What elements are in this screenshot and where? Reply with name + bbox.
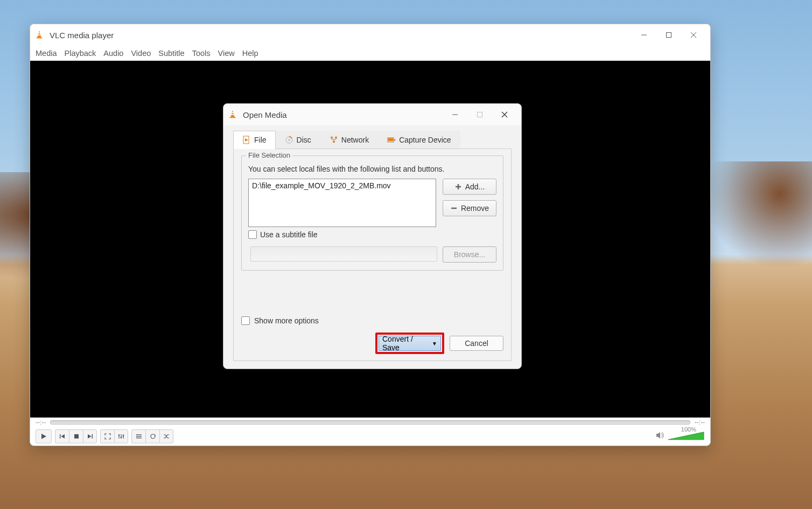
svg-rect-13 bbox=[92, 434, 93, 439]
capture-icon bbox=[387, 136, 396, 144]
add-button[interactable]: Add... bbox=[443, 179, 496, 195]
time-elapsed: --:-- bbox=[36, 419, 46, 426]
svg-rect-42 bbox=[388, 138, 393, 141]
svg-rect-38 bbox=[331, 137, 333, 138]
cancel-button[interactable]: Cancel bbox=[450, 336, 503, 351]
file-selection-fieldset: File Selection You can select local file… bbox=[241, 155, 503, 271]
tab-file[interactable]: File bbox=[233, 131, 276, 149]
svg-rect-3 bbox=[38, 34, 40, 36]
tab-panel-file: File Selection You can select local file… bbox=[233, 149, 512, 361]
playback-controls: 100% bbox=[30, 427, 710, 446]
menu-tools[interactable]: Tools bbox=[192, 49, 211, 58]
seek-slider[interactable] bbox=[50, 420, 690, 425]
file-icon bbox=[242, 136, 251, 144]
volume-area: 100% bbox=[655, 430, 705, 442]
speaker-icon[interactable] bbox=[655, 430, 665, 442]
menubar: Media Playback Audio Video Subtitle Tool… bbox=[30, 46, 710, 61]
dialog-body: File Disc Network Capture Device File Se… bbox=[223, 125, 521, 369]
close-button[interactable] bbox=[681, 26, 706, 44]
more-options-checkbox[interactable] bbox=[241, 316, 250, 325]
volume-slider[interactable] bbox=[667, 431, 705, 442]
file-list-item[interactable]: D:\file_example_MOV_1920_2_2MB.mov bbox=[252, 181, 432, 190]
previous-button[interactable] bbox=[55, 429, 69, 443]
more-options-label: Show more options bbox=[254, 316, 319, 325]
next-button[interactable] bbox=[83, 429, 97, 443]
main-window-controls bbox=[632, 26, 706, 44]
network-icon bbox=[330, 136, 338, 144]
subtitle-row: Use a subtitle file bbox=[248, 230, 496, 239]
dialog-minimize-button[interactable] bbox=[443, 106, 467, 123]
volume-percent: 100% bbox=[681, 426, 696, 433]
dialog-titlebar: Open Media bbox=[223, 104, 521, 125]
remove-button[interactable]: Remove bbox=[443, 200, 496, 216]
dialog-close-button[interactable] bbox=[492, 106, 517, 123]
minimize-button[interactable] bbox=[632, 26, 656, 44]
tab-capture[interactable]: Capture Device bbox=[378, 131, 460, 149]
svg-marker-24 bbox=[656, 432, 660, 439]
main-window-title: VLC media player bbox=[50, 31, 632, 40]
seekbar-row: --:-- --:-- bbox=[30, 418, 710, 427]
svg-marker-25 bbox=[668, 432, 704, 440]
tab-network[interactable]: Network bbox=[320, 131, 378, 149]
dialog-maximize-button[interactable] bbox=[467, 106, 492, 123]
svg-rect-40 bbox=[333, 141, 335, 143]
plus-icon bbox=[454, 183, 462, 190]
menu-media[interactable]: Media bbox=[36, 49, 57, 58]
main-titlebar: VLC media player bbox=[30, 24, 710, 46]
svg-marker-8 bbox=[41, 434, 46, 439]
svg-point-18 bbox=[121, 437, 122, 439]
menu-view[interactable]: View bbox=[218, 49, 235, 58]
tab-disc[interactable]: Disc bbox=[276, 131, 320, 149]
svg-marker-10 bbox=[61, 434, 65, 439]
menu-video[interactable]: Video bbox=[131, 49, 151, 58]
dialog-tabs: File Disc Network Capture Device bbox=[233, 131, 512, 149]
play-button[interactable] bbox=[36, 429, 52, 443]
svg-rect-39 bbox=[335, 137, 337, 138]
dialog-title: Open Media bbox=[243, 110, 443, 119]
svg-rect-11 bbox=[74, 434, 79, 439]
svg-rect-31 bbox=[478, 112, 482, 117]
file-list[interactable]: D:\file_example_MOV_1920_2_2MB.mov bbox=[248, 179, 436, 227]
svg-rect-9 bbox=[60, 434, 61, 439]
vlc-cone-icon bbox=[34, 30, 45, 40]
file-selection-legend: File Selection bbox=[246, 151, 292, 159]
menu-audio[interactable]: Audio bbox=[103, 49, 123, 58]
browse-button: Browse... bbox=[443, 246, 496, 263]
open-media-dialog: Open Media File Disc Network Capture Dev bbox=[223, 103, 522, 369]
svg-point-17 bbox=[118, 435, 120, 436]
playlist-button[interactable] bbox=[131, 429, 145, 443]
fullscreen-button[interactable] bbox=[100, 429, 114, 443]
svg-rect-28 bbox=[232, 112, 234, 113]
maximize-button[interactable] bbox=[656, 26, 681, 44]
extended-settings-button[interactable] bbox=[114, 429, 128, 443]
convert-save-highlight: Convert / Save ▼ bbox=[375, 333, 444, 354]
minus-icon bbox=[450, 204, 458, 212]
file-help-text: You can select local files with the foll… bbox=[248, 165, 496, 173]
disc-icon bbox=[285, 136, 293, 144]
shuffle-button[interactable] bbox=[159, 429, 173, 443]
svg-rect-5 bbox=[667, 33, 671, 38]
loop-button[interactable] bbox=[145, 429, 159, 443]
svg-point-43 bbox=[394, 139, 396, 141]
time-total: --:-- bbox=[695, 419, 705, 426]
dialog-footer: Convert / Save ▼ Cancel bbox=[241, 333, 503, 354]
svg-point-37 bbox=[288, 139, 290, 141]
dialog-window-controls bbox=[443, 106, 517, 123]
menu-playback[interactable]: Playback bbox=[65, 49, 96, 58]
dropdown-arrow-icon[interactable]: ▼ bbox=[432, 341, 437, 347]
convert-save-button[interactable]: Convert / Save ▼ bbox=[379, 336, 441, 351]
subtitle-checkbox[interactable] bbox=[248, 230, 257, 239]
svg-marker-0 bbox=[37, 31, 41, 38]
vlc-cone-icon bbox=[228, 109, 239, 120]
menu-subtitle[interactable]: Subtitle bbox=[158, 49, 184, 58]
svg-rect-27 bbox=[230, 117, 236, 118]
subtitle-label: Use a subtitle file bbox=[260, 230, 318, 239]
svg-rect-1 bbox=[37, 37, 43, 38]
menu-help[interactable]: Help bbox=[242, 49, 258, 58]
svg-rect-29 bbox=[231, 114, 234, 115]
stop-button[interactable] bbox=[69, 429, 83, 443]
subtitle-path-input bbox=[250, 246, 437, 261]
svg-rect-2 bbox=[38, 32, 41, 33]
svg-point-19 bbox=[123, 435, 124, 437]
more-options-row: Show more options bbox=[241, 313, 503, 325]
